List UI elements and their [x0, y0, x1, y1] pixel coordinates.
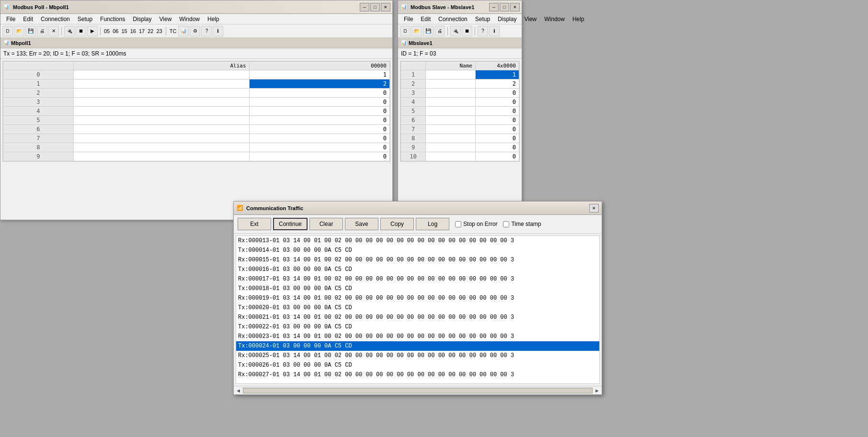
- comm-clear-btn[interactable]: Clear: [309, 218, 343, 230]
- comm-save-btn[interactable]: Save: [345, 218, 378, 230]
- mbslave-row-num: 7: [401, 125, 426, 134]
- comm-log-area[interactable]: Rx:000013-01 03 14 00 01 00 02 00 00 00 …: [236, 235, 600, 384]
- mbpoll-window: 📊 Modbus Poll - Mbpoll1 ─ □ ✕ File Edit …: [0, 0, 393, 220]
- list-item[interactable]: Rx:000027-01 03 14 00 01 00 02 00 00 00 …: [236, 370, 599, 380]
- toolbar-save-btn[interactable]: 💾: [25, 26, 36, 36]
- list-item[interactable]: Rx:000019-01 03 14 00 01 00 02 00 00 00 …: [236, 293, 599, 303]
- list-item[interactable]: Tx:000016-01 03 00 00 00 0A C5 CD: [236, 265, 599, 274]
- mbslave-toolbar-print[interactable]: 🖨: [434, 26, 445, 36]
- list-item[interactable]: Rx:000013-01 03 14 00 01 00 02 00 00 00 …: [236, 236, 599, 246]
- list-item[interactable]: Rx:000025-01 03 14 00 01 00 02 00 00 00 …: [236, 351, 599, 360]
- table-row[interactable]: 40: [401, 98, 519, 107]
- mbpoll-minimize-btn[interactable]: ─: [360, 3, 369, 11]
- table-row[interactable]: 01: [3, 70, 390, 79]
- mbslave-menu-edit[interactable]: Edit: [417, 15, 434, 23]
- mbslave-toolbar-new[interactable]: 🗋: [400, 26, 411, 36]
- list-item[interactable]: Rx:000017-01 03 14 00 01 00 02 00 00 00 …: [236, 274, 599, 284]
- mbslave-toolbar-disconnect[interactable]: ⏹: [462, 26, 472, 36]
- table-row[interactable]: 70: [401, 125, 519, 134]
- table-row[interactable]: 12: [3, 79, 390, 89]
- mbpoll-rownum-header: [3, 62, 74, 70]
- list-item[interactable]: Tx:000020-01 03 00 00 00 0A C5 CD: [236, 303, 599, 313]
- toolbar-help-btn[interactable]: ?: [201, 26, 212, 36]
- mbpoll-value-cell: 2: [249, 79, 389, 89]
- comm-ext-btn[interactable]: Ext: [238, 218, 271, 230]
- table-row[interactable]: 20: [3, 89, 390, 98]
- mbslave-toolbar-open[interactable]: 📂: [411, 26, 422, 36]
- mbslave-minimize-btn[interactable]: ─: [489, 3, 499, 11]
- list-item[interactable]: Tx:000014-01 03 00 00 00 0A C5 CD: [236, 246, 599, 255]
- mbslave-toolbar-connect[interactable]: 🔌: [450, 26, 461, 36]
- mbslave-toolbar-about[interactable]: ℹ: [489, 26, 500, 36]
- comm-scroll-left-btn[interactable]: ◄: [236, 388, 241, 393]
- table-row[interactable]: 60: [3, 125, 390, 134]
- table-row[interactable]: 100: [401, 152, 519, 161]
- table-row[interactable]: 70: [3, 134, 390, 143]
- mbslave-menu-window[interactable]: Window: [540, 15, 569, 23]
- mbslave-name-cell: [426, 70, 476, 79]
- mbpoll-menu-functions[interactable]: Functions: [96, 15, 129, 23]
- list-item[interactable]: Rx:000015-01 03 14 00 01 00 02 00 00 00 …: [236, 255, 599, 265]
- list-item[interactable]: Rx:000021-01 03 14 00 01 00 02 00 00 00 …: [236, 313, 599, 322]
- toolbar-new-btn[interactable]: 🗋: [2, 26, 13, 36]
- comm-stop-on-error-checkbox[interactable]: [455, 221, 461, 227]
- mbpoll-menu-connection[interactable]: Connection: [37, 15, 74, 23]
- table-row[interactable]: 40: [3, 107, 390, 116]
- mbpoll-alias-cell: [73, 98, 249, 107]
- mbslave-menu-setup[interactable]: Setup: [471, 15, 494, 23]
- mbslave-menu-help[interactable]: Help: [569, 15, 588, 23]
- mbpoll-menu-edit[interactable]: Edit: [19, 15, 37, 23]
- table-row[interactable]: 90: [401, 143, 519, 152]
- comm-scroll-track[interactable]: [243, 388, 593, 393]
- table-row[interactable]: 50: [401, 107, 519, 116]
- mbslave-menu-connection[interactable]: Connection: [434, 15, 471, 23]
- mbslave-close-btn[interactable]: ✕: [510, 3, 520, 11]
- comm-scroll-right-btn[interactable]: ►: [594, 388, 600, 393]
- comm-copy-btn[interactable]: Copy: [380, 218, 414, 230]
- list-item[interactable]: Rx:000023-01 03 14 00 01 00 02 00 00 00 …: [236, 332, 599, 341]
- table-row[interactable]: 50: [3, 116, 390, 125]
- table-row[interactable]: 90: [3, 152, 390, 161]
- table-row[interactable]: 22: [401, 79, 519, 89]
- table-row[interactable]: 80: [3, 143, 390, 152]
- toolbar-read-btn[interactable]: ▶: [87, 26, 98, 36]
- table-row[interactable]: 80: [401, 134, 519, 143]
- mbpoll-menu-display[interactable]: Display: [129, 15, 155, 23]
- comm-horizontal-scrollbar[interactable]: ◄ ►: [234, 386, 602, 394]
- list-item[interactable]: Tx:000024-01 03 00 00 00 0A C5 CD: [236, 341, 599, 351]
- comm-log-btn[interactable]: Log: [416, 218, 449, 230]
- toolbar-about-btn[interactable]: ℹ: [213, 26, 223, 36]
- list-item[interactable]: Tx:000022-01 03 00 00 00 0A C5 CD: [236, 322, 599, 332]
- list-item[interactable]: Tx:000018-01 03 00 00 00 0A C5 CD: [236, 284, 599, 293]
- mbslave-menu-display[interactable]: Display: [494, 15, 520, 23]
- list-item[interactable]: Tx:000026-01 03 00 00 00 0A C5 CD: [236, 360, 599, 370]
- mbpoll-menu-help[interactable]: Help: [204, 15, 223, 23]
- table-row[interactable]: 11: [401, 70, 519, 79]
- mbslave-menu-file[interactable]: File: [400, 15, 417, 23]
- comm-timestamp-checkbox[interactable]: [503, 221, 509, 227]
- table-row[interactable]: 30: [3, 98, 390, 107]
- toolbar-settings-btn[interactable]: ⚙: [190, 26, 200, 36]
- mbpoll-maximize-btn[interactable]: □: [370, 3, 380, 11]
- mbpoll-row-num: 9: [3, 152, 74, 161]
- mbpoll-close-btn[interactable]: ✕: [381, 3, 390, 11]
- mbpoll-menu-file[interactable]: File: [2, 15, 19, 23]
- table-row[interactable]: 60: [401, 116, 519, 125]
- comm-continue-btn[interactable]: Continue: [273, 218, 308, 230]
- toolbar-comm-btn[interactable]: 📊: [178, 26, 189, 36]
- mbslave-toolbar-save[interactable]: 💾: [423, 26, 434, 36]
- mbpoll-status-bar: Tx = 133; Err = 20; ID = 1; F = 03; SR =…: [0, 48, 392, 59]
- toolbar-disconnect-btn[interactable]: ⏹: [76, 26, 86, 36]
- mbslave-maximize-btn[interactable]: □: [500, 3, 509, 11]
- toolbar-open-btn[interactable]: 📂: [14, 26, 24, 36]
- toolbar-print-btn[interactable]: 🖨: [37, 26, 47, 36]
- mbslave-menu-view[interactable]: View: [520, 15, 540, 23]
- toolbar-connect-btn[interactable]: 🔌: [64, 26, 75, 36]
- toolbar-delete-btn[interactable]: ✕: [48, 26, 59, 36]
- comm-close-btn[interactable]: ✕: [589, 204, 599, 213]
- mbpoll-menu-view[interactable]: View: [156, 15, 176, 23]
- mbslave-toolbar-help[interactable]: ?: [478, 26, 488, 36]
- table-row[interactable]: 30: [401, 89, 519, 98]
- mbpoll-menu-setup[interactable]: Setup: [74, 15, 96, 23]
- mbpoll-menu-window[interactable]: Window: [175, 15, 204, 23]
